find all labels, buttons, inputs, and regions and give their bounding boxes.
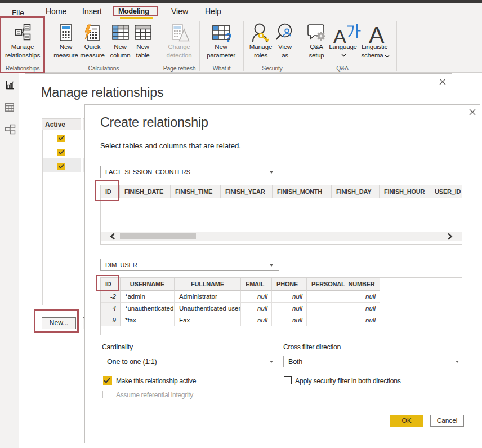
svg-text:A: A — [333, 25, 346, 44]
svg-text:A: A — [369, 23, 385, 44]
svg-text:?: ? — [225, 30, 231, 42]
